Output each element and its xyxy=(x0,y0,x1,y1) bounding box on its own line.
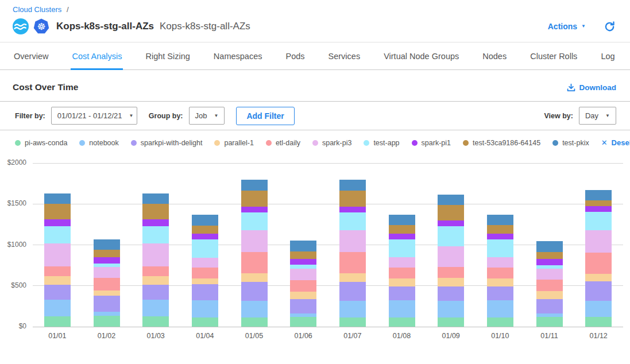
bar-segment-sparkpi-with-delight[interactable] xyxy=(536,299,563,313)
bar-segment-sparkpi-with-delight[interactable] xyxy=(438,286,464,301)
download-button[interactable]: Download xyxy=(567,83,617,92)
add-filter-button[interactable]: Add Filter xyxy=(236,107,294,125)
bar-segment-notebook[interactable] xyxy=(487,300,513,317)
bar-segment-test-pkix[interactable] xyxy=(44,193,71,204)
bar-segment-spark-pi1[interactable] xyxy=(142,219,169,226)
legend-item-test-app[interactable]: test-app xyxy=(364,139,399,147)
tab-log[interactable]: Log xyxy=(600,42,616,70)
bar-segment-sparkpi-with-delight[interactable] xyxy=(241,282,268,301)
bar-segment-sparkpi-with-delight[interactable] xyxy=(487,286,513,300)
bar-segment-pi-aws-conda[interactable] xyxy=(389,317,415,327)
bar-segment-test-53ca9186-64145[interactable] xyxy=(192,226,218,234)
bar-segment-test-53ca9186-64145[interactable] xyxy=(339,191,366,207)
bar-segment-test-53ca9186-64145[interactable] xyxy=(94,250,120,257)
bar-segment-test-pkix[interactable] xyxy=(290,241,316,251)
bar-segment-test-pkix[interactable] xyxy=(192,215,218,226)
bar-segment-etl-daily[interactable] xyxy=(241,252,268,273)
legend-item-sparkpi-with-delight[interactable]: sparkpi-with-delight xyxy=(131,139,203,147)
bar-segment-parallel-1[interactable] xyxy=(241,273,268,281)
legend-item-spark-pi1[interactable]: spark-pi1 xyxy=(412,139,451,147)
bar-segment-test-app[interactable] xyxy=(339,212,366,230)
bar-segment-pi-aws-conda[interactable] xyxy=(241,317,268,327)
deselect-all-button[interactable]: ✕ Deselect All xyxy=(601,138,630,147)
bar-segment-test-app[interactable] xyxy=(585,212,612,230)
bar-segment-pi-aws-conda[interactable] xyxy=(339,317,366,327)
bar-segment-test-pkix[interactable] xyxy=(438,195,464,206)
bar-segment-test-53ca9186-64145[interactable] xyxy=(487,225,513,233)
bar-segment-test-pkix[interactable] xyxy=(487,215,513,226)
bar-segment-test-53ca9186-64145[interactable] xyxy=(438,205,464,220)
bar-segment-spark-pi1[interactable] xyxy=(339,207,366,212)
bar-segment-pi-aws-conda[interactable] xyxy=(94,316,120,327)
tab-pods[interactable]: Pods xyxy=(284,42,306,70)
bar-segment-etl-daily[interactable] xyxy=(44,266,71,276)
bar-segment-parallel-1[interactable] xyxy=(536,291,563,299)
bar-segment-test-pkix[interactable] xyxy=(585,190,612,200)
tab-namespaces[interactable]: Namespaces xyxy=(212,42,264,70)
bar-segment-sparkpi-with-delight[interactable] xyxy=(142,285,169,300)
bar-segment-test-app[interactable] xyxy=(438,226,464,246)
bar-segment-test-pkix[interactable] xyxy=(241,180,268,191)
bar-segment-spark-pi1[interactable] xyxy=(241,207,268,212)
bar-segment-test-app[interactable] xyxy=(487,239,513,257)
bar-segment-spark-pi1[interactable] xyxy=(536,259,563,265)
group-by-select[interactable]: Job ▼ xyxy=(189,107,225,125)
bar-segment-notebook[interactable] xyxy=(438,301,464,317)
bar-segment-spark-pi3[interactable] xyxy=(339,230,366,252)
view-by-select[interactable]: Day ▼ xyxy=(579,107,616,125)
tab-nodes[interactable]: Nodes xyxy=(481,42,508,70)
bar-segment-spark-pi1[interactable] xyxy=(290,259,316,265)
tab-overview[interactable]: Overview xyxy=(13,42,49,70)
bar-segment-etl-daily[interactable] xyxy=(438,267,464,278)
bar-segment-spark-pi1[interactable] xyxy=(585,206,612,212)
bar-segment-test-53ca9186-64145[interactable] xyxy=(389,225,415,233)
bar-segment-spark-pi3[interactable] xyxy=(487,257,513,268)
bar-segment-parallel-1[interactable] xyxy=(192,278,218,284)
tab-cost-analysis[interactable]: Cost Analysis xyxy=(71,42,123,70)
legend-item-parallel-1[interactable]: parallel-1 xyxy=(214,139,253,147)
bar-segment-test-app[interactable] xyxy=(389,239,415,257)
bar-segment-test-pkix[interactable] xyxy=(339,180,366,191)
tab-cluster-rolls[interactable]: Cluster Rolls xyxy=(529,42,578,70)
bar-segment-etl-daily[interactable] xyxy=(94,278,120,291)
bar-segment-sparkpi-with-delight[interactable] xyxy=(585,281,612,301)
bar-segment-spark-pi3[interactable] xyxy=(536,269,563,280)
bar-segment-test-53ca9186-64145[interactable] xyxy=(44,204,71,219)
bar-segment-parallel-1[interactable] xyxy=(44,276,71,284)
bar-segment-test-pkix[interactable] xyxy=(94,239,120,250)
bar-segment-pi-aws-conda[interactable] xyxy=(536,317,563,327)
bar-segment-notebook[interactable] xyxy=(44,300,71,316)
bar-segment-test-app[interactable] xyxy=(44,226,71,244)
tab-right-sizing[interactable]: Right Sizing xyxy=(144,42,191,70)
bar-segment-spark-pi1[interactable] xyxy=(438,220,464,226)
legend-item-spark-pi3[interactable]: spark-pi3 xyxy=(312,139,351,147)
bar-segment-test-pkix[interactable] xyxy=(536,241,563,252)
bar-segment-parallel-1[interactable] xyxy=(142,276,169,284)
bar-segment-etl-daily[interactable] xyxy=(585,253,612,274)
bar-segment-parallel-1[interactable] xyxy=(94,291,120,296)
bar-segment-spark-pi3[interactable] xyxy=(438,246,464,267)
bar-segment-sparkpi-with-delight[interactable] xyxy=(339,282,366,301)
bar-segment-spark-pi1[interactable] xyxy=(487,234,513,239)
bar-segment-pi-aws-conda[interactable] xyxy=(438,317,464,327)
bar-segment-parallel-1[interactable] xyxy=(290,292,316,300)
bar-segment-etl-daily[interactable] xyxy=(290,280,316,292)
bar-segment-parallel-1[interactable] xyxy=(438,278,464,286)
bar-segment-spark-pi1[interactable] xyxy=(389,234,415,239)
bar-segment-test-53ca9186-64145[interactable] xyxy=(585,200,612,206)
bar-segment-test-53ca9186-64145[interactable] xyxy=(290,251,316,259)
bar-segment-pi-aws-conda[interactable] xyxy=(142,316,169,327)
legend-item-test-pkix[interactable]: test-pkix xyxy=(552,139,589,147)
bar-segment-spark-pi1[interactable] xyxy=(94,257,120,264)
bar-segment-spark-pi3[interactable] xyxy=(241,230,268,252)
bar-segment-test-app[interactable] xyxy=(192,239,218,257)
tab-services[interactable]: Services xyxy=(327,42,362,70)
bar-segment-pi-aws-conda[interactable] xyxy=(585,317,612,327)
bar-segment-notebook[interactable] xyxy=(585,301,612,317)
bar-segment-notebook[interactable] xyxy=(389,300,415,317)
legend-item-notebook[interactable]: notebook xyxy=(79,139,118,147)
bar-segment-spark-pi1[interactable] xyxy=(44,219,71,226)
bar-segment-etl-daily[interactable] xyxy=(142,266,169,276)
bar-segment-spark-pi3[interactable] xyxy=(192,258,218,268)
bar-segment-etl-daily[interactable] xyxy=(192,268,218,278)
